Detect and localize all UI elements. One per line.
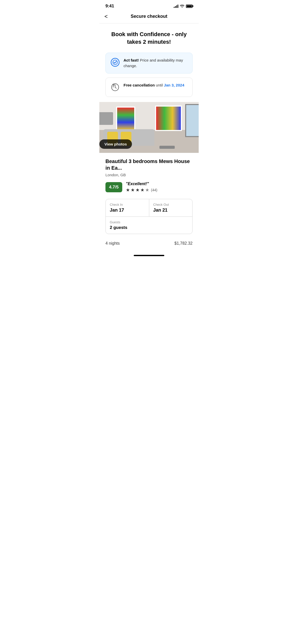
rating-detail: "Excellent!" ★ ★ ★ ★ ★ (44) <box>126 182 157 193</box>
view-photos-button[interactable]: View photos <box>99 139 132 149</box>
guests-label: Guests <box>110 220 188 224</box>
property-info: Beautiful 3 bedrooms Mews House in Ea...… <box>99 153 199 252</box>
stars-row: ★ ★ ★ ★ ★ (44) <box>126 187 157 193</box>
act-fast-icon <box>110 57 120 67</box>
rating-row: 4.7/5 "Excellent!" ★ ★ ★ ★ ★ (44) <box>105 182 193 193</box>
review-count: (44) <box>151 188 157 192</box>
shelf <box>99 112 113 125</box>
star-half: ★ <box>145 187 149 193</box>
home-indicator <box>99 252 199 258</box>
check-in-label: Check In <box>110 203 145 207</box>
property-location: London, GB <box>105 173 193 177</box>
page-header: < Secure checkout <box>99 11 199 23</box>
star-1: ★ <box>126 187 130 193</box>
status-icons <box>174 4 193 8</box>
main-content: Book with Confidence - only takes 2 minu… <box>99 23 199 97</box>
cancellation-icon <box>110 82 120 92</box>
act-fast-text: Act fast! Price and availability may cha… <box>124 57 188 69</box>
battery-icon <box>186 5 193 8</box>
star-3: ★ <box>136 187 140 193</box>
property-image: View photos <box>99 102 199 153</box>
status-time: 9:41 <box>105 4 114 9</box>
cancellation-text: Free cancellation until Jan 3, 2024 <box>124 82 184 88</box>
check-in-cell[interactable]: Check In Jan 17 <box>106 199 149 216</box>
star-2: ★ <box>131 187 135 193</box>
guests-value: 2 guests <box>110 225 188 230</box>
property-name: Beautiful 3 bedrooms Mews House in Ea... <box>105 158 193 171</box>
signal-icon <box>174 4 178 8</box>
page-title: Secure checkout <box>131 14 167 19</box>
status-bar: 9:41 <box>99 0 199 11</box>
window <box>185 104 199 137</box>
check-out-cell[interactable]: Check Out Jan 21 <box>149 199 193 216</box>
cancellation-alert: Free cancellation until Jan 3, 2024 <box>105 78 193 97</box>
booking-grid[interactable]: Check In Jan 17 Check Out Jan 21 Guests … <box>105 199 193 234</box>
coffee-table <box>159 146 175 149</box>
artwork-1 <box>116 107 135 131</box>
check-in-date: Jan 17 <box>110 208 145 213</box>
check-out-date: Jan 21 <box>153 208 188 213</box>
wifi-icon <box>180 4 184 8</box>
guests-cell[interactable]: Guests 2 guests <box>106 217 192 234</box>
home-indicator-bar <box>134 255 164 256</box>
act-fast-alert: Act fast! Price and availability may cha… <box>105 53 193 74</box>
rating-badge: 4.7/5 <box>105 182 122 192</box>
rating-label: "Excellent!" <box>126 182 157 186</box>
pricing-row: 4 nights $1,782.32 <box>105 239 193 252</box>
booking-grid-top: Check In Jan 17 Check Out Jan 21 <box>106 199 192 217</box>
star-4: ★ <box>140 187 144 193</box>
total-price: $1,782.32 <box>174 241 193 246</box>
back-button[interactable]: < <box>104 13 108 20</box>
main-heading: Book with Confidence - only takes 2 minu… <box>105 31 193 46</box>
artwork-2 <box>155 106 182 131</box>
nights-label: 4 nights <box>105 241 120 246</box>
check-out-label: Check Out <box>153 203 188 207</box>
room-wall <box>99 102 199 130</box>
